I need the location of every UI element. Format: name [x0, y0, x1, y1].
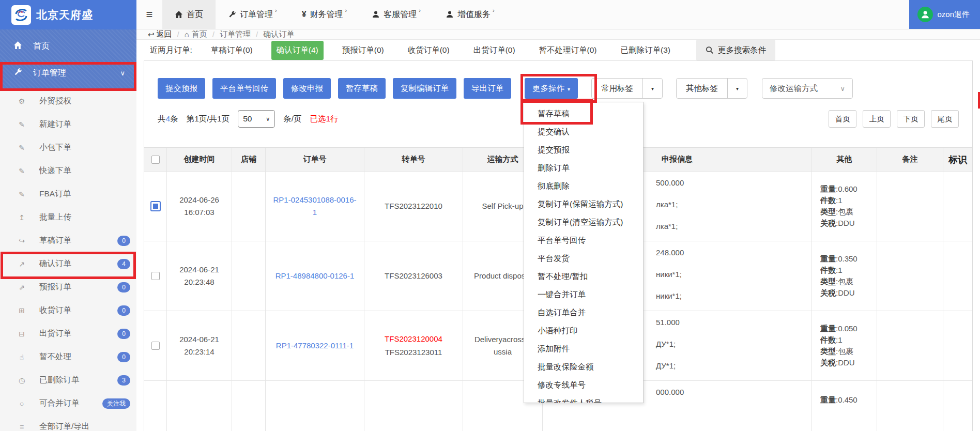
tab-deleted-orders[interactable]: 已删除订单(3)	[616, 41, 676, 60]
menu-item-save-draft[interactable]: 暂存草稿	[524, 105, 643, 123]
last-page-button[interactable]: 尾页	[931, 110, 959, 128]
caret-down-icon[interactable]: ▾	[727, 79, 747, 98]
modify-transport-select[interactable]: 修改运输方式 ∨	[762, 78, 853, 99]
breadcrumb-home[interactable]: ⌂ 首页	[185, 29, 207, 39]
hamburger-icon[interactable]: ≡	[136, 0, 162, 29]
menu-item-batch-sender-tax[interactable]: 批量改发件人税号	[524, 394, 643, 403]
nav-item-home[interactable]: 首页	[162, 0, 216, 29]
menu-item-add-attachment[interactable]: 添加附件	[524, 340, 643, 358]
header-other: 其他	[812, 148, 877, 171]
home-icon	[13, 41, 22, 52]
user-icon	[372, 10, 380, 19]
sidebar-item-mergeable-orders[interactable]: ○ 可合并订单 关注我	[0, 392, 136, 415]
menu-item-hold[interactable]: 暂不处理/暂扣	[524, 268, 643, 286]
sidebar-item-forecast-orders[interactable]: ⇗ 预报订单 0	[0, 275, 136, 299]
sidebar-item-label: 首页	[33, 41, 50, 52]
sidebar-item-small-parcel[interactable]: ✎ 小包下单	[0, 136, 136, 159]
user-menu[interactable]: ozon退件	[909, 0, 980, 29]
menu-item-submit-confirm[interactable]: 提交确认	[524, 123, 643, 141]
breadcrumb-order-management[interactable]: 订单管理	[220, 29, 251, 39]
submit-forecast-button[interactable]: 提交预报	[158, 78, 205, 99]
caret-down-icon[interactable]: ▾	[642, 79, 662, 98]
menu-item-modify-line-number[interactable]: 修改专线单号	[524, 376, 643, 394]
platform-number-return-button[interactable]: 平台单号回传	[212, 78, 276, 99]
menu-item-copy-keep-shipping[interactable]: 复制订单(保留运输方式)	[524, 195, 643, 213]
sidebar-item-order-management[interactable]: 订单管理 ∨	[0, 59, 136, 86]
sidebar-item-on-hold[interactable]: ☝ 暂不处理 0	[0, 345, 136, 368]
nav-item-orders[interactable]: 订单管理 ›	[216, 0, 289, 29]
tab-confirmed-orders[interactable]: 确认订单(4)	[271, 41, 324, 60]
select-all-checkbox[interactable]	[151, 156, 160, 164]
sidebar-item-home[interactable]: 首页	[0, 33, 136, 59]
page-size-select[interactable]: 50 ∨	[238, 110, 275, 128]
more-actions-button[interactable]: 更多操作▾	[525, 78, 578, 99]
weight-value: :0.350	[836, 254, 858, 263]
sidebar-item-batch-upload[interactable]: ↥ 批量上传	[0, 206, 136, 229]
declare-value: 000.000	[656, 388, 684, 396]
tab-received-orders[interactable]: 收货订单(0)	[403, 41, 455, 60]
sidebar-item-label: 确认订单	[39, 258, 71, 269]
logo-text: TFS	[17, 10, 23, 13]
nav-item-finance[interactable]: ¥ 财务管理 ›	[289, 0, 360, 29]
menu-item-one-click-merge[interactable]: 一键合并订单	[524, 286, 643, 304]
wrench-icon	[228, 10, 236, 19]
breadcrumb-separator: /	[177, 30, 179, 39]
row-checkbox[interactable]	[150, 201, 161, 211]
common-tags-button[interactable]: 常用标签	[592, 79, 642, 98]
tab-onhold-orders[interactable]: 暂不处理订单(0)	[534, 41, 602, 60]
prev-page-button[interactable]: 上页	[863, 110, 891, 128]
tab-forecast-orders[interactable]: 预报订单(0)	[337, 41, 389, 60]
more-search-button[interactable]: 更多搜索条件	[696, 40, 775, 60]
export-orders-button[interactable]: 导出订单	[464, 78, 511, 99]
order-number-link[interactable]: RP1-47780322-0111-1	[269, 340, 361, 352]
sidebar-item-all-orders-export[interactable]: ≡ 全部订单/导出	[0, 415, 136, 431]
created-time: 20:23:48	[184, 276, 214, 288]
cell-created	[167, 381, 232, 431]
row-checkbox[interactable]	[151, 272, 160, 280]
sidebar-item-draft-orders[interactable]: ↪ 草稿订单 0	[0, 229, 136, 252]
weight-value: :0.450	[836, 395, 858, 404]
total-count: 共4条	[158, 114, 178, 125]
order-number-link[interactable]: RP1-48984800-0126-1	[268, 270, 362, 282]
nav-item-value-added[interactable]: 增值服务 ›	[433, 0, 507, 29]
row-checkbox[interactable]	[151, 342, 160, 350]
sidebar-item-confirmed-orders[interactable]: ↗ 确认订单 4	[0, 252, 136, 275]
sidebar-item-label: 已删除订单	[39, 375, 80, 386]
menu-item-batch-insurance[interactable]: 批量改保险金额	[524, 358, 643, 376]
sidebar-item-express[interactable]: ✎ 快递下单	[0, 159, 136, 182]
menu-item-platform-number-return[interactable]: 平台单号回传	[524, 232, 643, 250]
arrow-icon: ⇗	[18, 283, 26, 291]
sidebar-item-label: 可合并订单	[39, 398, 80, 409]
menu-item-delete-permanently[interactable]: 彻底删除	[524, 177, 643, 195]
modify-declaration-button[interactable]: 修改申报	[283, 78, 331, 99]
home-icon: ⌂	[185, 30, 189, 39]
sidebar-item-new-order[interactable]: ✎ 新建订单	[0, 113, 136, 136]
clock-icon: ◷	[18, 376, 26, 384]
sidebar-item-label: 草稿订单	[39, 235, 71, 246]
menu-item-custom-merge[interactable]: 自选订单合并	[524, 304, 643, 322]
tab-draft-orders[interactable]: 草稿订单(0)	[206, 41, 258, 60]
nav-item-service[interactable]: 客服管理 ›	[359, 0, 433, 29]
sidebar-item-trade-auth[interactable]: ⚙ 外贸授权	[0, 89, 136, 113]
sidebar-item-fba[interactable]: ✎ FBA订单	[0, 182, 136, 206]
menu-item-delete-order[interactable]: 删除订单	[524, 159, 643, 177]
next-page-button[interactable]: 下页	[897, 110, 925, 128]
declare-item: ники*1;	[656, 270, 682, 279]
count-badge: 3	[117, 375, 130, 386]
menu-item-minor-language-print[interactable]: 小语种打印	[524, 322, 643, 340]
menu-item-platform-ship[interactable]: 平台发货	[524, 250, 643, 268]
back-link[interactable]: ↩ 返回	[148, 29, 172, 39]
copy-edit-order-button[interactable]: 复制编辑订单	[393, 78, 456, 99]
menu-item-copy-clear-shipping[interactable]: 复制订单(清空运输方式)	[524, 213, 643, 232]
menu-item-submit-forecast[interactable]: 提交预报	[524, 141, 643, 159]
save-draft-button[interactable]: 暂存草稿	[338, 78, 386, 99]
order-number-link[interactable]: RP1-0245301088-0016-1	[266, 194, 364, 219]
sidebar-item-deleted-orders[interactable]: ◷ 已删除订单 3	[0, 368, 136, 392]
tab-shipped-orders[interactable]: 出货订单(0)	[468, 41, 520, 60]
other-tags-button[interactable]: 其他标签	[677, 79, 727, 98]
sidebar-item-shipped-orders[interactable]: ⊟ 出货订单 0	[0, 322, 136, 345]
gear-icon: ⚙	[18, 97, 26, 105]
other-tags-split-button: 其他标签 ▾	[676, 78, 747, 99]
sidebar-item-received-orders[interactable]: ⊞ 收货订单 0	[0, 299, 136, 322]
first-page-button[interactable]: 首页	[829, 110, 856, 128]
